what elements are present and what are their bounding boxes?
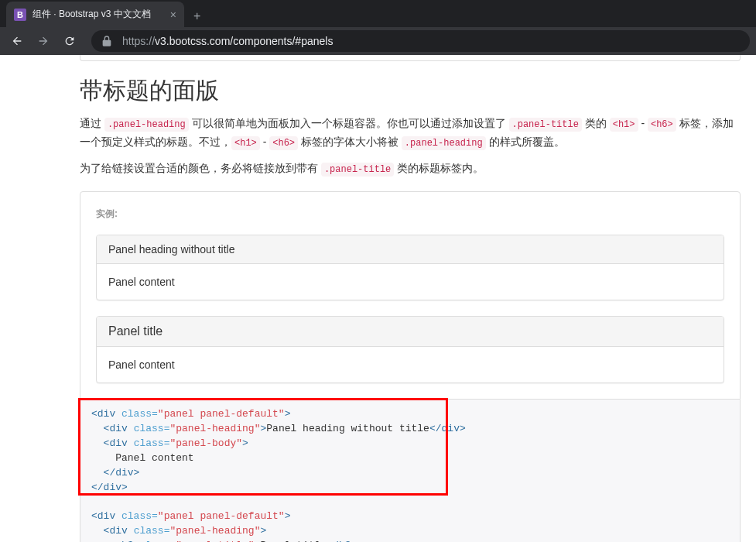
tag: >	[285, 408, 291, 420]
text: 的样式所覆盖。	[486, 136, 565, 148]
new-tab-button[interactable]: +	[184, 5, 210, 27]
tag: >	[242, 437, 248, 449]
tag: </div>	[91, 482, 128, 493]
panel-body-2: Panel content	[97, 347, 724, 382]
panel-heading-2: Panel title	[97, 317, 724, 347]
text: 标签的字体大小将被	[298, 136, 402, 148]
panel-heading-1: Panel heading without title	[97, 235, 724, 264]
paragraph-1: 通过 .panel-heading 可以很简单地为面板加入一个标题容器。你也可以…	[80, 115, 741, 152]
str: "panel-heading"	[169, 525, 260, 537]
code-panel-heading-b: .panel-heading	[402, 136, 486, 150]
example-box: 实例: Panel heading without title Panel co…	[80, 191, 741, 400]
address-bar[interactable]: https://v3.bootcss.com/components/#panel…	[91, 30, 750, 52]
text: -	[638, 117, 648, 129]
section-heading: 带标题的面版	[80, 75, 741, 105]
page: 带标题的面版 通过 .panel-heading 可以很简单地为面板加入一个标题…	[0, 55, 756, 542]
tag: <div	[104, 423, 128, 434]
tag: >	[285, 510, 291, 522]
text: 可以很简单地为面板加入一个标题容器。你也可以通过添加设置了	[189, 117, 509, 129]
str: "panel panel-default"	[158, 408, 285, 420]
str: "panel-body"	[169, 437, 242, 449]
browser-tab[interactable]: B 组件 · Bootstrap v3 中文文档 ×	[6, 2, 184, 27]
code-wrapper: <div class="panel panel-default"> <div c…	[80, 400, 741, 542]
str: "panel panel-default"	[158, 510, 285, 522]
tag: <div	[104, 437, 128, 449]
paragraph-2: 为了给链接设置合适的颜色，务必将链接放到带有 .panel-title 类的标题…	[80, 160, 741, 178]
bootstrap-favicon: B	[14, 9, 26, 21]
content: 带标题的面版 通过 .panel-heading 可以很简单地为面板加入一个标题…	[80, 55, 741, 542]
prev-section-bottom	[80, 55, 741, 61]
text: 通过	[80, 117, 104, 129]
url-path: v3.bootcss.com/components/#panels	[155, 35, 333, 47]
code-panel-heading: .panel-heading	[104, 118, 189, 132]
panel-example-1: Panel heading without title Panel conten…	[96, 235, 724, 300]
toolbar: https://v3.bootcss.com/components/#panel…	[0, 27, 756, 55]
example-label: 实例:	[96, 208, 724, 221]
tag: <div	[104, 525, 128, 537]
code-panel-title-b: .panel-title	[321, 163, 394, 177]
attr: class=	[128, 437, 170, 449]
txt: Panel heading without title	[266, 423, 429, 434]
back-button[interactable]	[6, 30, 28, 52]
forward-button[interactable]	[32, 30, 54, 52]
code-h6b: <h6>	[269, 136, 298, 150]
text: 类的标题标签内。	[394, 162, 484, 174]
code-h1: <h1>	[610, 118, 638, 132]
url-protocol: https://	[122, 35, 155, 47]
attr: class=	[128, 525, 170, 537]
browser-chrome: B 组件 · Bootstrap v3 中文文档 × + https://v3.…	[0, 0, 756, 55]
text: 类的	[582, 117, 610, 129]
text: 为了给链接设置合适的颜色，务必将链接放到带有	[80, 162, 321, 174]
code-h1b: <h1>	[231, 136, 260, 150]
attr: class=	[128, 423, 170, 434]
tag: <div	[91, 510, 115, 522]
code-h6: <h6>	[648, 118, 676, 132]
tag: >	[260, 525, 266, 537]
tab-strip: B 组件 · Bootstrap v3 中文文档 × +	[0, 0, 756, 27]
tag: <div	[91, 408, 115, 420]
tag: </div>	[104, 467, 140, 479]
arrow-left-icon	[11, 35, 23, 47]
code-block[interactable]: <div class="panel panel-default"> <div c…	[80, 400, 741, 542]
code-panel-title: .panel-title	[509, 118, 582, 132]
tab-title: 组件 · Bootstrap v3 中文文档	[32, 8, 166, 21]
tag: </div>	[429, 423, 466, 434]
reload-icon	[63, 35, 76, 47]
attr: class=	[115, 510, 158, 522]
lock-icon	[101, 35, 113, 47]
panel-body-1: Panel content	[97, 264, 724, 300]
arrow-right-icon	[37, 35, 50, 47]
text: -	[260, 136, 269, 148]
txt: Panel content	[115, 452, 193, 464]
panel-example-2: Panel title Panel content	[96, 316, 724, 383]
reload-button[interactable]	[59, 30, 80, 52]
attr: class=	[115, 408, 158, 420]
close-icon[interactable]: ×	[170, 9, 176, 21]
str: "panel-heading"	[169, 423, 260, 434]
